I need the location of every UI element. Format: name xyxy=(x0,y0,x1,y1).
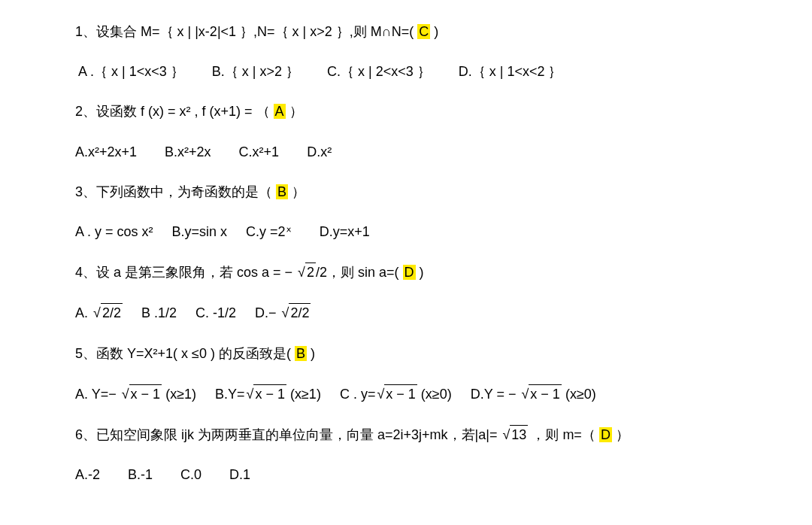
q6-stem-c: ） xyxy=(612,427,629,442)
question-4: 4、设 a 是第三象限角，若 cos a = − 2/2，则 sin a=( D… xyxy=(75,262,737,282)
sqrt-icon: 2/2 xyxy=(92,303,123,323)
q4-option-a-arg: 2/2 xyxy=(101,303,123,323)
q5-option-d-arg: x − 1 xyxy=(529,384,562,404)
sqrt-icon: 2/2 xyxy=(280,303,311,323)
q5-option-b-pre: B.Y= xyxy=(215,387,245,402)
q5-answer-highlight: B xyxy=(295,346,307,361)
q1-option-c: C.｛ x | 2<x<3 ｝ xyxy=(327,64,431,79)
q1-stem-a: 1、设集合 M=｛ x | |x-2|<1 ｝,N=｛ x | x>2 ｝,则 … xyxy=(75,24,417,39)
q6-sqrt-arg: 13 xyxy=(510,425,528,445)
q1-answer-highlight: C xyxy=(417,24,430,39)
q2-stem-a: 2、设函数 f (x) = x² , f (x+1) = （ xyxy=(75,104,274,119)
q6-stem-b: ，则 m=（ xyxy=(528,427,599,442)
q5-option-c-post: (x≥0) xyxy=(417,387,452,402)
question-3: 3、下列函数中，为奇函数的是（ B ） xyxy=(75,183,737,202)
q5-options: A. Y=− x − 1 (x≥1) B.Y=x − 1 (x≥1) C . y… xyxy=(75,384,737,404)
q5-option-c-pre: C . y= xyxy=(340,387,376,402)
q4-option-d-arg: 2/2 xyxy=(289,303,311,323)
sqrt-icon: x − 1 xyxy=(520,384,561,404)
q6-options: A.-2 B.-1 C.0 D.1 xyxy=(75,466,737,484)
q6-answer-highlight: D xyxy=(599,427,612,442)
q5-option-a-arg: x − 1 xyxy=(129,384,162,404)
q4-option-c: C. -1/2 xyxy=(195,305,236,320)
q6-option-a: A.-2 xyxy=(75,467,100,482)
q4-option-d-pre: D.− xyxy=(255,305,280,320)
q5-option-a-pre: A. Y=− xyxy=(75,387,120,402)
q1-option-d: D.｛ x | 1<x<2 ｝ xyxy=(459,64,562,79)
sqrt-icon: x − 1 xyxy=(245,384,286,404)
q2-stem-b: ） xyxy=(286,104,303,119)
q5-stem-b: ) xyxy=(307,346,315,361)
q1-stem-b: ) xyxy=(430,24,438,39)
q4-sqrt-arg: 2 xyxy=(305,262,316,282)
q2-option-d: D.x² xyxy=(307,144,332,159)
q3-options: A . y = cos x² B.y=sin x C.y =2ˣ D.y=x+1 xyxy=(75,223,737,241)
q2-option-a: A.x²+2x+1 xyxy=(75,144,137,159)
q5-option-c-arg: x − 1 xyxy=(384,384,417,404)
q2-option-b: B.x²+2x xyxy=(165,144,211,159)
q6-option-b: B.-1 xyxy=(128,467,153,482)
sqrt-icon: x − 1 xyxy=(375,384,417,404)
q5-option-d-post: (x≥0) xyxy=(562,387,596,402)
sqrt-icon: 13 xyxy=(501,425,528,445)
q6-stem-a: 6、已知空间象限 ijk 为两两垂直的单位向量，向量 a=2i+3j+mk，若|… xyxy=(75,427,501,442)
q1-option-a: A .｛ x | 1<x<3 ｝ xyxy=(78,64,184,79)
q3-option-c: C.y =2ˣ xyxy=(246,224,292,239)
q4-options: A. 2/2 B .1/2 C. -1/2 D.− 2/2 xyxy=(75,303,737,323)
question-5: 5、函数 Y=X²+1( x ≤0 ) 的反函致是( B ) xyxy=(75,344,737,363)
q5-option-a-post: (x≥1) xyxy=(162,387,196,402)
q4-answer-highlight: D xyxy=(403,265,416,280)
q5-option-b-post: (x≥1) xyxy=(286,387,321,402)
q1-options: A .｛ x | 1<x<3 ｝ B.｛ x | x>2 ｝ C.｛ x | 2… xyxy=(75,62,737,81)
q3-option-b: B.y=sin x xyxy=(172,224,228,239)
q2-option-c: C.x²+1 xyxy=(239,144,280,159)
q6-option-d: D.1 xyxy=(229,467,250,482)
q6-option-c: C.0 xyxy=(180,467,201,482)
q3-option-d: D.y=x+1 xyxy=(320,224,370,239)
question-6: 6、已知空间象限 ijk 为两两垂直的单位向量，向量 a=2i+3j+mk，若|… xyxy=(75,425,737,445)
question-1: 1、设集合 M=｛ x | |x-2|<1 ｝,N=｛ x | x>2 ｝,则 … xyxy=(75,23,737,41)
q3-stem-b: ） xyxy=(288,184,305,199)
q4-stem-a: 4、设 a 是第三象限角，若 cos a = − xyxy=(75,265,296,280)
q1-option-b: B.｛ x | x>2 ｝ xyxy=(212,64,299,79)
q2-answer-highlight: A xyxy=(274,104,286,119)
q5-option-d-pre: D.Y = − xyxy=(471,387,520,402)
q5-stem-a: 5、函数 Y=X²+1( x ≤0 ) 的反函致是( xyxy=(75,346,295,361)
q2-options: A.x²+2x+1 B.x²+2x C.x²+1 D.x² xyxy=(75,143,737,162)
q3-stem-a: 3、下列函数中，为奇函数的是（ xyxy=(75,184,276,199)
sqrt-icon: x − 1 xyxy=(120,384,162,404)
q3-answer-highlight: B xyxy=(276,184,288,199)
sqrt-icon: 2 xyxy=(296,262,316,282)
q4-stem-c: ) xyxy=(416,265,424,280)
q5-option-b-arg: x − 1 xyxy=(253,384,286,404)
q3-option-a: A . y = cos x² xyxy=(75,224,153,239)
q4-stem-b: /2，则 sin a=( xyxy=(316,265,403,280)
question-2: 2、设函数 f (x) = x² , f (x+1) = （ A ） xyxy=(75,102,737,121)
q4-option-a-pre: A. xyxy=(75,305,92,320)
q4-option-b: B .1/2 xyxy=(141,305,177,320)
